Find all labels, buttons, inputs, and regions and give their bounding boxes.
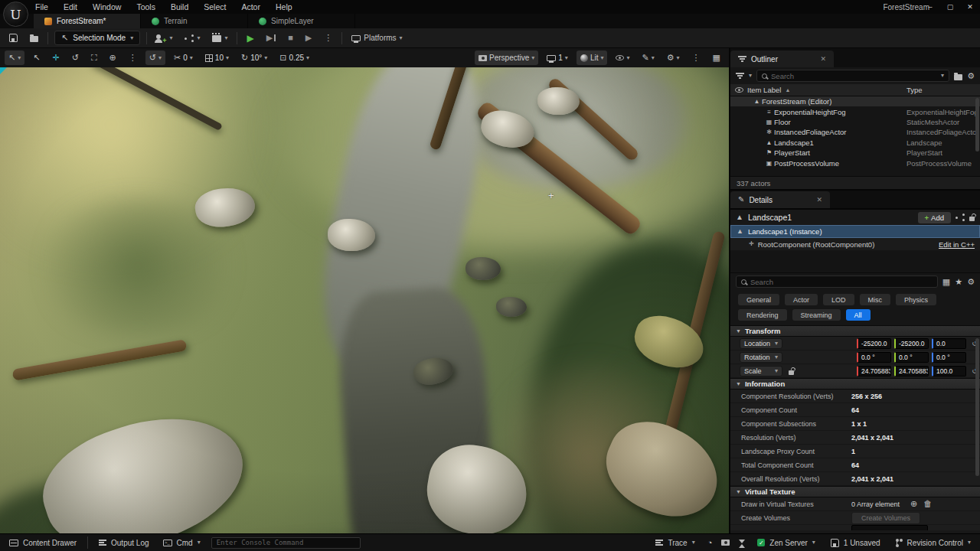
- display-filter-icon[interactable]: ▦: [942, 278, 950, 286]
- save-button[interactable]: [6, 31, 21, 46]
- filter-general[interactable]: General: [738, 294, 779, 305]
- edit-in-cpp-link[interactable]: Edit in C++: [939, 240, 975, 249]
- details-search-input[interactable]: [750, 278, 933, 286]
- snapshot-camera-icon[interactable]: [721, 540, 730, 546]
- scale-z-field[interactable]: 100.0: [932, 366, 966, 377]
- transform-options-button[interactable]: ⋮: [125, 51, 141, 65]
- menu-edit[interactable]: Edit: [64, 2, 77, 11]
- select-tool-button[interactable]: ↖: [29, 51, 44, 65]
- insights-gauge-icon[interactable]: ◔: [707, 539, 713, 547]
- rotate-tool-button[interactable]: ↺: [68, 51, 83, 65]
- favorites-star-icon[interactable]: ★: [955, 278, 962, 286]
- menu-select[interactable]: Select: [204, 2, 226, 11]
- scale-tool-button[interactable]: ⛶: [87, 51, 101, 65]
- close-icon[interactable]: ✕: [816, 196, 822, 204]
- filter-streaming[interactable]: Streaming: [792, 309, 841, 321]
- menu-help[interactable]: Help: [276, 2, 292, 11]
- menu-actor[interactable]: Actor: [241, 2, 260, 11]
- revision-control-dropdown[interactable]: Revision Control ▾: [893, 534, 974, 551]
- viewport-3d[interactable]: +: [0, 67, 729, 533]
- menu-file[interactable]: File: [35, 2, 48, 11]
- details-scrollbar[interactable]: [975, 338, 979, 476]
- details-search-box[interactable]: [736, 276, 938, 288]
- content-browser-button[interactable]: [27, 31, 41, 46]
- unsaved-button[interactable]: 1 Unsaved: [828, 534, 884, 551]
- blueprint-convert-icon[interactable]: [956, 214, 965, 221]
- cmd-dropdown[interactable]: >_ Cmd ▾: [160, 534, 204, 551]
- tab-outliner[interactable]: Outliner ✕: [730, 51, 834, 67]
- screen-percentage-dropdown[interactable]: 1▾: [543, 51, 572, 65]
- scale-x-field[interactable]: 24.705883: [857, 366, 891, 377]
- unreal-logo-icon[interactable]: U: [3, 2, 28, 27]
- add-actor-button[interactable]: +▾: [153, 31, 175, 46]
- location-y-field[interactable]: -25200.0: [894, 338, 929, 349]
- menu-window[interactable]: Window: [93, 2, 121, 11]
- output-log-button[interactable]: Output Log: [96, 534, 152, 551]
- location-dropdown[interactable]: Location▾: [740, 338, 782, 349]
- scale-snap-dropdown[interactable]: ⊡0.25▾: [276, 51, 313, 65]
- rotation-x-field[interactable]: 0.0 °: [857, 352, 891, 363]
- grid-snap-dropdown[interactable]: 10▾: [201, 51, 233, 65]
- tab-simplelayer[interactable]: SimpleLayer: [248, 14, 355, 28]
- scale-dropdown[interactable]: Scale▾: [740, 366, 782, 377]
- close-button[interactable]: ✕: [960, 0, 980, 14]
- outliner-search-input[interactable]: [771, 72, 937, 80]
- rotation-y-field[interactable]: 0.0 °: [894, 352, 929, 363]
- stop-button[interactable]: ■: [285, 31, 296, 46]
- outliner-row-floor[interactable]: ▦ Floor StaticMeshActor: [730, 117, 980, 127]
- component-row-root[interactable]: ✛ RootComponent (RootComponent0) Edit in…: [730, 238, 980, 250]
- outliner-row-landscape[interactable]: ▲ Landscape1 Landscape: [730, 138, 980, 148]
- trash-icon[interactable]: 🗑︎: [923, 500, 932, 508]
- actor-snap-dropdown[interactable]: ✂0▾: [170, 51, 197, 65]
- filter-funnel-icon[interactable]: [736, 73, 744, 79]
- move-tool-button[interactable]: ✛: [48, 51, 63, 65]
- new-folder-icon[interactable]: [954, 74, 962, 80]
- filter-lod[interactable]: LOD: [823, 294, 854, 305]
- play-button[interactable]: ▶: [243, 31, 256, 46]
- content-drawer-button[interactable]: Content Drawer: [6, 534, 80, 551]
- gear-icon[interactable]: ⚙: [967, 72, 975, 80]
- viewport-settings-dropdown[interactable]: ⚙▾: [663, 51, 684, 65]
- chevron-down-icon[interactable]: ▾: [941, 73, 944, 79]
- add-element-icon[interactable]: ⊕: [910, 500, 917, 508]
- outliner-search-box[interactable]: ▾: [756, 70, 949, 82]
- filter-physics[interactable]: Physics: [896, 294, 936, 305]
- outliner-row-playerstart[interactable]: ⚑ PlayerStart PlayerStart: [730, 148, 980, 158]
- outliner-row-foliage[interactable]: ✻ InstancedFoliageActor InstancedFoliage…: [730, 127, 980, 137]
- menu-build[interactable]: Build: [171, 2, 188, 11]
- platforms-dropdown[interactable]: Platforms ▾: [348, 31, 405, 46]
- viewport-effects-dropdown[interactable]: ✎▾: [638, 51, 658, 65]
- column-item-label[interactable]: Item Label ▲: [730, 86, 906, 94]
- scale-y-field[interactable]: 24.705883: [894, 366, 929, 377]
- menu-tools[interactable]: Tools: [136, 2, 155, 11]
- tab-foreststream[interactable]: ForestStream*: [34, 14, 141, 28]
- launch-button[interactable]: ▶: [302, 31, 315, 46]
- perspective-dropdown[interactable]: Perspective▾: [475, 51, 538, 65]
- transform-tool-selector[interactable]: ↖▾: [5, 51, 24, 65]
- maximize-button[interactable]: ▢: [940, 0, 960, 14]
- cinematics-button[interactable]: ▾: [209, 31, 230, 46]
- component-row-instance[interactable]: ▲ Landscape1 (Instance): [730, 225, 980, 238]
- rotation-z-field[interactable]: 0.0 °: [932, 352, 966, 363]
- add-component-button[interactable]: + Add: [918, 212, 951, 223]
- filter-rendering[interactable]: Rendering: [738, 309, 787, 321]
- column-type[interactable]: Type: [906, 86, 980, 94]
- surface-snapping-button[interactable]: ↺▾: [145, 51, 165, 65]
- world-local-toggle[interactable]: ⊕: [106, 51, 120, 65]
- lock-icon[interactable]: [969, 217, 975, 221]
- location-x-field[interactable]: -25200.0: [857, 338, 891, 349]
- play-options-button[interactable]: ⋮: [321, 31, 335, 46]
- eye-icon[interactable]: [735, 87, 743, 93]
- gear-icon[interactable]: ⚙: [967, 278, 975, 286]
- section-information[interactable]: ▼ Information: [730, 378, 980, 390]
- view-mode-dropdown[interactable]: Lit▾: [577, 51, 608, 65]
- outliner-row-postprocess[interactable]: ▣ PostProcessVolume PostProcessVolume: [730, 158, 980, 168]
- play-from-here-button[interactable]: ▶: [263, 31, 279, 46]
- tab-terrain[interactable]: Terrain: [141, 14, 248, 28]
- outliner-row-fog[interactable]: ≡ ExponentialHeightFog ExponentialHeight…: [730, 106, 980, 116]
- outliner-scrollbar[interactable]: [975, 98, 979, 152]
- rotation-dropdown[interactable]: Rotation▾: [740, 352, 782, 363]
- layout-button[interactable]: ▦: [709, 51, 724, 65]
- section-virtual-texture[interactable]: ▼ Virtual Texture: [730, 486, 980, 497]
- location-z-field[interactable]: 0.0: [932, 338, 966, 349]
